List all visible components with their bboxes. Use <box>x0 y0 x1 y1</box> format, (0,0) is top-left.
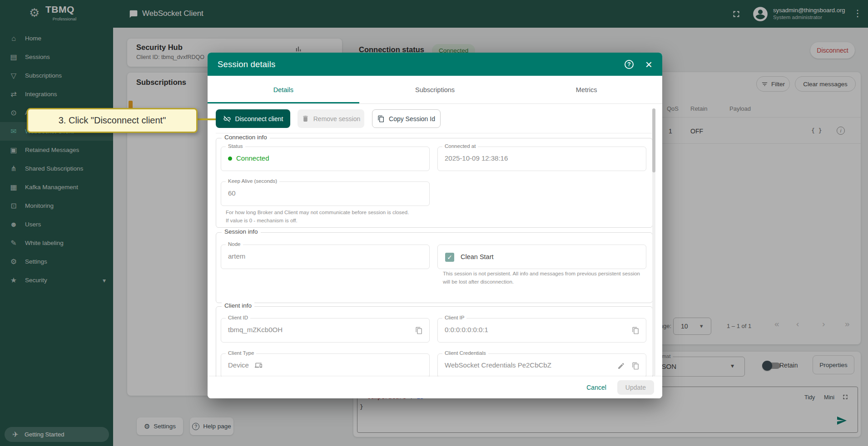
active-tab-indicator <box>208 102 359 103</box>
copy-icon[interactable] <box>632 362 640 370</box>
dialog-footer: Cancel Update <box>208 377 662 398</box>
client-credentials-value: WebSocket Credentials Pe2CbCbZ <box>445 361 551 369</box>
copy-icon[interactable] <box>415 327 423 334</box>
check-icon: ✓ <box>447 254 452 261</box>
keep-alive-value: 60 <box>228 189 236 197</box>
dialog-header: Session details ? × <box>208 53 662 76</box>
status-value: Connected <box>228 154 269 162</box>
keep-alive-hint: For how long Broker and Client may not c… <box>226 209 413 225</box>
clean-start-checkbox[interactable]: ✓ <box>445 253 454 262</box>
dialog-tabs: Details Subscriptions Metrics <box>208 76 662 104</box>
connected-at-label: Connected at <box>442 143 478 149</box>
disconnect-client-button[interactable]: Disconnect client <box>216 109 290 128</box>
node-label: Node <box>226 241 243 247</box>
close-icon[interactable]: × <box>645 59 652 69</box>
copy-icon[interactable] <box>632 327 640 334</box>
callout-connector <box>197 118 216 120</box>
connected-at-field: Connected at 2025-10-09 12:38:16 <box>437 147 646 171</box>
session-details-dialog: Session details ? × Details Subscription… <box>208 53 662 398</box>
trash-icon <box>302 115 309 123</box>
help-icon[interactable]: ? <box>625 60 634 69</box>
client-ip-label: Client IP <box>442 315 466 320</box>
client-type-value: Device <box>228 361 262 369</box>
copy-session-id-button[interactable]: Copy Session Id <box>372 109 441 128</box>
tab-details[interactable]: Details <box>208 76 359 103</box>
node-field: Node artem <box>221 245 430 269</box>
status-label: Status <box>226 143 245 149</box>
tab-metrics[interactable]: Metrics <box>511 76 662 103</box>
client-type-field: Client Type Device <box>221 353 430 378</box>
node-value: artem <box>228 252 245 260</box>
client-id-value: tbmq_mZKcb0OH <box>228 326 283 333</box>
client-ip-field: Client IP 0:0:0:0:0:0:0:1 <box>437 318 646 343</box>
client-credentials-field: Client Credentials WebSocket Credentials… <box>437 353 646 378</box>
keep-alive-field: Keep Alive (seconds) 60 <box>221 181 430 206</box>
dialog-title: Session details <box>218 59 275 69</box>
status-field: Status Connected <box>221 147 430 171</box>
client-credentials-label: Client Credentials <box>442 350 488 356</box>
device-icon <box>255 362 262 369</box>
connected-at-value: 2025-10-09 12:38:16 <box>445 154 508 162</box>
connection-info-legend: Connection info <box>222 134 270 141</box>
clean-start-hint: This session is not persistent. All info… <box>443 270 645 286</box>
screen: ⚙ TBMQ Professional WebSocket Client sys… <box>0 0 868 446</box>
link-off-icon <box>223 115 231 123</box>
update-button[interactable]: Update <box>617 380 654 395</box>
session-info-legend: Session info <box>222 228 261 235</box>
client-id-field: Client ID tbmq_mZKcb0OH <box>221 318 430 343</box>
remove-session-button[interactable]: Remove session <box>298 109 364 128</box>
clean-start-field: ✓ Clean Start <box>437 245 646 269</box>
client-ip-value: 0:0:0:0:0:0:0:1 <box>445 326 488 333</box>
tab-subscriptions[interactable]: Subscriptions <box>359 76 511 103</box>
keep-alive-label: Keep Alive (seconds) <box>226 178 279 184</box>
edit-pencil-icon[interactable] <box>617 362 625 370</box>
copy-icon <box>377 115 385 123</box>
tutorial-callout: 3. Click "Disconnect client" <box>27 108 198 133</box>
status-dot-icon <box>228 157 232 161</box>
client-info-legend: Client info <box>222 302 254 309</box>
divider <box>216 133 652 133</box>
cancel-button[interactable]: Cancel <box>581 381 612 394</box>
client-id-label: Client ID <box>226 315 250 320</box>
clean-start-label: Clean Start <box>461 253 494 260</box>
client-type-label: Client Type <box>226 350 256 356</box>
modal-scrollbar-thumb[interactable] <box>652 108 655 172</box>
